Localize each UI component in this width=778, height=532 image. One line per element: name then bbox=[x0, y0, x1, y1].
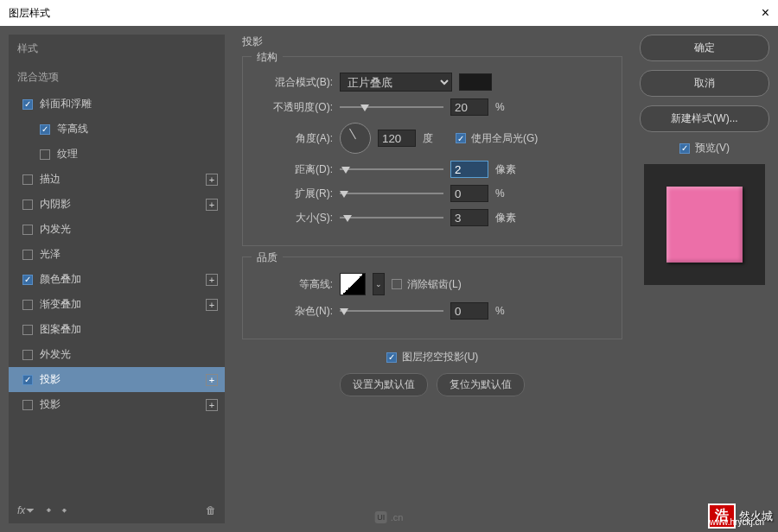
size-slider[interactable] bbox=[340, 212, 443, 224]
spread-input[interactable] bbox=[450, 185, 488, 202]
sidebar-item-label: 斜面和浮雕 bbox=[40, 97, 92, 111]
blend-mode-select[interactable]: 正片叠底 bbox=[340, 73, 452, 92]
style-checkbox[interactable] bbox=[22, 225, 33, 235]
sidebar-item-6[interactable]: 光泽 bbox=[9, 242, 225, 267]
preview-checkbox[interactable]: 预览(V) bbox=[640, 141, 769, 155]
angle-input[interactable] bbox=[378, 130, 416, 147]
antialias-checkbox[interactable]: 消除锯齿(L) bbox=[392, 277, 462, 292]
sidebar-item-label: 纹理 bbox=[57, 147, 78, 162]
fx-label[interactable]: fx⏷ bbox=[17, 504, 35, 516]
distance-slider[interactable] bbox=[340, 163, 443, 175]
distance-label: 距离(D): bbox=[255, 162, 333, 177]
style-checkbox[interactable] bbox=[22, 275, 33, 285]
sidebar-item-label: 投影 bbox=[40, 397, 61, 412]
angle-unit: 度 bbox=[423, 131, 449, 146]
add-effect-icon[interactable]: + bbox=[206, 199, 218, 211]
global-light-checkbox[interactable]: 使用全局光(G) bbox=[456, 131, 538, 146]
style-checkbox[interactable] bbox=[22, 350, 33, 360]
add-effect-icon[interactable]: + bbox=[206, 299, 218, 311]
reset-default-button[interactable]: 复位为默认值 bbox=[437, 373, 525, 396]
style-checkbox[interactable] bbox=[22, 200, 33, 210]
sidebar-item-label: 描边 bbox=[40, 172, 61, 187]
noise-slider[interactable] bbox=[340, 305, 443, 317]
style-checkbox[interactable] bbox=[40, 149, 50, 160]
sidebar-item-3[interactable]: 描边+ bbox=[9, 167, 225, 192]
window-title: 图层样式 bbox=[9, 6, 50, 21]
sidebar-item-label: 渐变叠加 bbox=[40, 297, 81, 312]
sidebar-item-label: 外发光 bbox=[40, 347, 71, 362]
main-content: 样式 混合选项 斜面和浮雕等高线纹理描边+内阴影+内发光光泽颜色叠加+渐变叠加+… bbox=[0, 26, 778, 532]
sidebar-item-2[interactable]: 纹理 bbox=[9, 142, 225, 167]
new-style-button[interactable]: 新建样式(W)... bbox=[640, 105, 769, 132]
spread-label: 扩展(R): bbox=[255, 187, 333, 201]
quality-group: 品质 等高线: ⌄ 消除锯齿(L) 杂色(N): % bbox=[242, 256, 622, 339]
sidebar-item-1[interactable]: 等高线 bbox=[9, 117, 225, 142]
knockout-checkbox[interactable]: 图层挖空投影(U) bbox=[386, 350, 479, 364]
distance-unit: 像素 bbox=[495, 162, 521, 177]
angle-label: 角度(A): bbox=[255, 131, 333, 146]
sidebar-item-4[interactable]: 内阴影+ bbox=[9, 192, 225, 217]
style-checkbox[interactable] bbox=[22, 400, 33, 410]
style-checkbox[interactable] bbox=[22, 375, 33, 385]
preview-swatch bbox=[666, 187, 743, 263]
settings-panel: 投影 结构 混合模式(B): 正片叠底 不透明度(O): % 角度(A): 度 bbox=[233, 35, 631, 523]
blend-mode-label: 混合模式(B): bbox=[255, 75, 333, 90]
quality-group-title: 品质 bbox=[252, 250, 283, 265]
add-effect-icon[interactable]: + bbox=[206, 174, 218, 186]
sidebar-footer: fx⏷ 🠹 🠻 🗑 bbox=[9, 497, 225, 523]
ok-button[interactable]: 确定 bbox=[640, 35, 769, 61]
opacity-input[interactable] bbox=[450, 98, 488, 116]
opacity-slider[interactable] bbox=[340, 101, 443, 113]
sidebar-item-10[interactable]: 外发光 bbox=[9, 342, 225, 367]
watermark: 浩 然火城 www.hryckj.cn bbox=[708, 504, 773, 529]
add-effect-icon[interactable]: + bbox=[206, 274, 218, 286]
contour-dropdown-icon[interactable]: ⌄ bbox=[373, 273, 385, 295]
preview-box bbox=[644, 164, 765, 285]
noise-input[interactable] bbox=[450, 302, 488, 320]
up-arrow-icon[interactable]: 🠹 bbox=[46, 504, 51, 516]
styles-sidebar: 样式 混合选项 斜面和浮雕等高线纹理描边+内阴影+内发光光泽颜色叠加+渐变叠加+… bbox=[9, 35, 225, 523]
down-arrow-icon[interactable]: 🠻 bbox=[61, 504, 67, 516]
spread-slider[interactable] bbox=[340, 187, 443, 200]
trash-icon[interactable]: 🗑 bbox=[206, 504, 216, 516]
titlebar: 图层样式 × bbox=[0, 0, 778, 26]
sidebar-item-label: 内发光 bbox=[40, 222, 71, 237]
angle-dial[interactable] bbox=[340, 123, 371, 154]
sidebar-item-11[interactable]: 投影+ bbox=[9, 367, 225, 392]
sidebar-item-7[interactable]: 颜色叠加+ bbox=[9, 267, 225, 292]
sidebar-item-9[interactable]: 图案叠加 bbox=[9, 317, 225, 342]
ui-cn-logo: UI.cn bbox=[375, 511, 404, 523]
style-checkbox[interactable] bbox=[40, 124, 50, 135]
sidebar-item-5[interactable]: 内发光 bbox=[9, 217, 225, 242]
style-checkbox[interactable] bbox=[22, 99, 33, 110]
sidebar-item-8[interactable]: 渐变叠加+ bbox=[9, 292, 225, 317]
contour-swatch[interactable] bbox=[340, 273, 366, 295]
blend-options-header[interactable]: 混合选项 bbox=[9, 63, 225, 92]
add-effect-icon[interactable]: + bbox=[206, 374, 218, 386]
cancel-button[interactable]: 取消 bbox=[640, 70, 769, 97]
sidebar-item-label: 等高线 bbox=[57, 122, 88, 136]
style-checkbox[interactable] bbox=[22, 300, 33, 310]
style-checkbox[interactable] bbox=[22, 250, 33, 260]
add-effect-icon[interactable]: + bbox=[206, 399, 218, 411]
size-label: 大小(S): bbox=[255, 211, 333, 225]
sidebar-item-label: 光泽 bbox=[40, 247, 61, 262]
structure-group: 结构 混合模式(B): 正片叠底 不透明度(O): % 角度(A): 度 使用全… bbox=[242, 56, 622, 246]
style-checkbox[interactable] bbox=[22, 174, 33, 185]
size-input[interactable] bbox=[450, 209, 488, 226]
noise-unit: % bbox=[495, 305, 521, 317]
style-checkbox[interactable] bbox=[22, 325, 33, 335]
sidebar-item-0[interactable]: 斜面和浮雕 bbox=[9, 92, 225, 117]
distance-input[interactable] bbox=[450, 161, 488, 178]
size-unit: 像素 bbox=[495, 211, 521, 225]
right-column: 确定 取消 新建样式(W)... 预览(V) bbox=[640, 35, 769, 523]
close-icon[interactable]: × bbox=[762, 5, 769, 21]
spread-unit: % bbox=[495, 187, 521, 200]
panel-title: 投影 bbox=[242, 35, 622, 49]
opacity-unit: % bbox=[495, 101, 521, 113]
shadow-color-swatch[interactable] bbox=[459, 73, 492, 91]
sidebar-item-12[interactable]: 投影+ bbox=[9, 392, 225, 417]
styles-header[interactable]: 样式 bbox=[9, 35, 225, 63]
sidebar-item-label: 图案叠加 bbox=[40, 322, 81, 337]
make-default-button[interactable]: 设置为默认值 bbox=[340, 373, 428, 396]
